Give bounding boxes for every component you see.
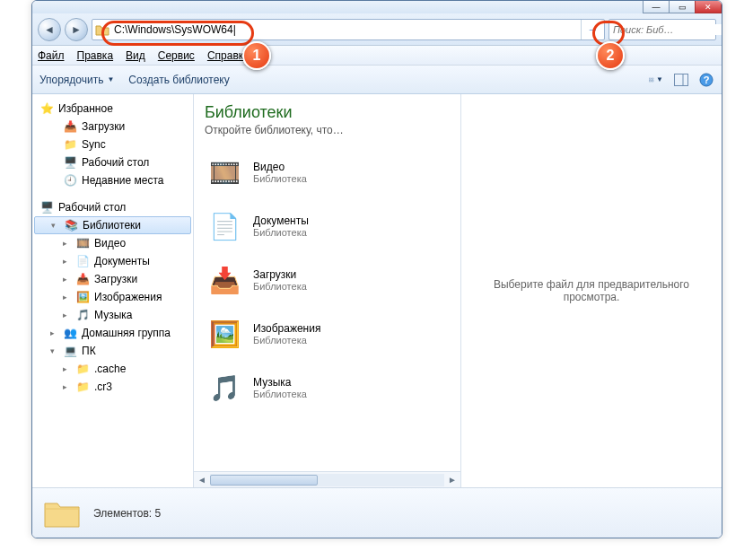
sidebar-cache[interactable]: ▸📁.cache: [34, 360, 191, 378]
view-options-button[interactable]: ▼: [648, 72, 664, 88]
annotation-badge-1: 1: [242, 41, 271, 70]
sidebar-item-label: Избранное: [58, 102, 113, 115]
expand-icon[interactable]: ▸: [63, 293, 72, 302]
new-library-button[interactable]: Создать библиотеку: [128, 74, 229, 86]
homegroup-icon: 👥: [63, 326, 77, 340]
sidebar-item-label: Загрузки: [94, 273, 137, 285]
sidebar-libraries[interactable]: ▾ 📚 Библиотеки: [34, 216, 191, 234]
svg-rect-3: [652, 80, 653, 82]
search-box[interactable]: 🔍: [609, 19, 716, 40]
folder-icon: 📥: [63, 119, 77, 134]
scroll-left-icon[interactable]: ◄: [194, 475, 210, 485]
sidebar-item-label: Sync: [82, 138, 106, 151]
desktop-icon: 🖥️: [63, 155, 77, 170]
close-button[interactable]: ✕: [695, 1, 722, 13]
sidebar-desktop[interactable]: 🖥️Рабочий стол: [34, 153, 191, 171]
page-subtitle: Откройте библиотеку, что…: [205, 124, 450, 136]
collapse-icon[interactable]: ▾: [50, 346, 59, 355]
sidebar-item-label: Документы: [94, 255, 150, 267]
sidebar-documents[interactable]: ▸📄Документы: [34, 252, 191, 270]
search-input[interactable]: [613, 24, 722, 35]
library-music[interactable]: 🎵 МузыкаБиблиотека: [201, 361, 453, 415]
address-input[interactable]: [112, 21, 581, 39]
chevron-down-icon: ▼: [107, 75, 114, 83]
sidebar-downloads[interactable]: 📥Загрузки: [34, 118, 191, 136]
sidebar-item-label: Загрузки: [82, 120, 125, 133]
preview-pane: Выберите файл для предварительного просм…: [461, 94, 722, 487]
preview-pane-button[interactable]: [673, 72, 689, 88]
library-downloads[interactable]: 📥 ЗагрузкиБиблиотека: [201, 253, 453, 307]
address-bar[interactable]: →: [92, 19, 605, 40]
sidebar-item-label: .cache: [94, 363, 126, 375]
menu-file[interactable]: Файл: [38, 49, 65, 62]
maximize-button[interactable]: ▭: [669, 1, 696, 13]
scrollbar-thumb[interactable]: [210, 475, 318, 486]
go-button[interactable]: →: [581, 20, 604, 39]
sidebar-desktop-root[interactable]: ▾ 🖥️ Рабочий стол: [34, 198, 191, 216]
sidebar-item-label: Рабочий стол: [82, 156, 149, 169]
library-type: Библиотека: [253, 389, 307, 399]
document-icon: 📄: [205, 206, 244, 246]
star-icon: ⭐: [39, 101, 54, 116]
video-icon: 🎞️: [75, 236, 90, 250]
sidebar-item-label: Изображения: [94, 291, 162, 303]
folder-icon: [41, 493, 83, 534]
expand-icon[interactable]: ▸: [63, 257, 72, 266]
library-pictures[interactable]: 🖼️ ИзображенияБиблиотека: [201, 307, 453, 361]
sidebar-recent[interactable]: 🕘Недавние места: [34, 171, 191, 189]
desktop-icon: 🖥️: [39, 200, 54, 214]
svg-rect-4: [675, 74, 688, 85]
sidebar-music[interactable]: ▸🎵Музыка: [34, 306, 191, 324]
minimize-button[interactable]: —: [643, 1, 670, 13]
svg-rect-0: [649, 77, 651, 79]
sidebar-homegroup[interactable]: ▸👥Домашняя группа: [34, 324, 191, 342]
library-videos[interactable]: 🎞️ ВидеоБиблиотека: [201, 145, 453, 199]
body: ▾ ⭐ Избранное 📥Загрузки 📁Sync 🖥️Рабочий …: [32, 94, 722, 487]
library-documents[interactable]: 📄 ДокументыБиблиотека: [201, 199, 453, 253]
status-text: Элементов: 5: [93, 507, 161, 520]
sidebar-videos[interactable]: ▸🎞️Видео: [34, 234, 191, 252]
sidebar-favorites[interactable]: ▾ ⭐ Избранное: [34, 100, 191, 118]
menu-tools[interactable]: Сервис: [158, 49, 195, 62]
libraries-icon: 📚: [64, 218, 78, 232]
library-name: Видео: [253, 161, 307, 173]
organize-button[interactable]: Упорядочить▼: [39, 74, 114, 86]
sidebar-downloads2[interactable]: ▸📥Загрузки: [34, 270, 191, 288]
back-button[interactable]: ◄: [38, 18, 61, 41]
svg-text:?: ?: [704, 74, 710, 85]
sidebar-item-label: Музыка: [94, 309, 132, 321]
sidebar-sync[interactable]: 📁Sync: [34, 136, 191, 153]
library-name: Документы: [253, 214, 309, 227]
sidebar-item-label: Видео: [94, 237, 126, 249]
horizontal-scrollbar[interactable]: ◄ ►: [194, 471, 460, 487]
forward-button[interactable]: ►: [65, 18, 88, 41]
expand-icon[interactable]: ▸: [63, 239, 72, 248]
library-type: Библиотека: [253, 227, 309, 238]
collapse-icon[interactable]: ▾: [51, 221, 60, 230]
folder-icon: 📁: [63, 137, 77, 152]
status-bar: Элементов: 5: [32, 487, 722, 538]
library-type: Библиотека: [253, 173, 307, 184]
sidebar-cr3[interactable]: ▸📁.cr3: [34, 378, 191, 396]
scrollbar-track[interactable]: [210, 474, 444, 486]
scroll-right-icon[interactable]: ►: [444, 475, 460, 485]
library-list: 🎞️ ВидеоБиблиотека 📄 ДокументыБиблиотека…: [194, 140, 460, 420]
annotation-badge-2: 2: [596, 41, 625, 70]
expand-icon[interactable]: ▸: [63, 382, 72, 391]
expand-icon[interactable]: ▸: [63, 311, 72, 319]
expand-icon[interactable]: ▸: [63, 364, 72, 373]
collapse-icon[interactable]: ▾: [32, 203, 36, 212]
menu-edit[interactable]: Правка: [77, 49, 114, 62]
help-button[interactable]: ?: [698, 72, 714, 88]
sidebar-pc[interactable]: ▾💻ПК: [34, 342, 191, 360]
sidebar-item-label: ПК: [82, 345, 96, 357]
menu-view[interactable]: Вид: [126, 49, 145, 62]
preview-placeholder: Выберите файл для предварительного просм…: [470, 278, 713, 303]
recent-icon: 🕘: [63, 173, 77, 188]
expand-icon[interactable]: ▸: [63, 275, 72, 284]
content-pane: Библиотеки Откройте библиотеку, что… 🎞️ …: [194, 94, 461, 487]
expand-icon[interactable]: ▸: [50, 328, 59, 337]
collapse-icon[interactable]: ▾: [32, 104, 36, 113]
sidebar-pictures[interactable]: ▸🖼️Изображения: [34, 288, 191, 306]
library-name: Загрузки: [253, 268, 307, 281]
